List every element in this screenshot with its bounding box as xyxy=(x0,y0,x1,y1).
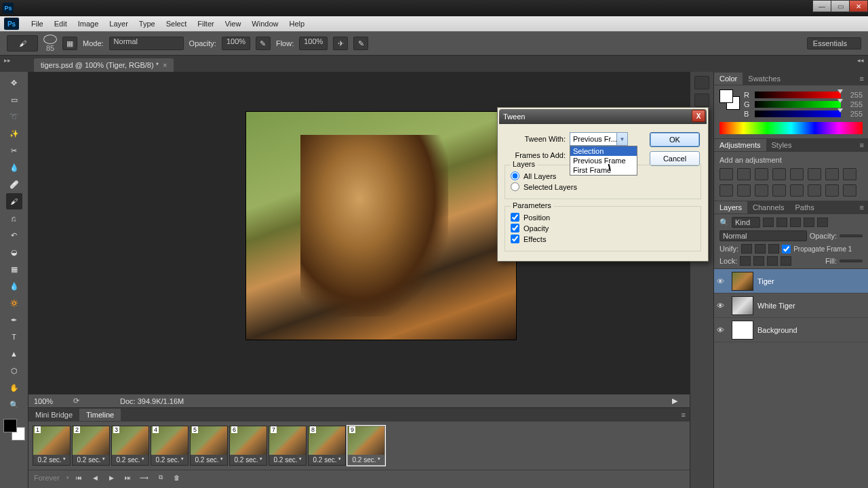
tab-adjustments[interactable]: Adjustments xyxy=(714,139,766,151)
prev-frame-button[interactable]: ◀ xyxy=(90,472,102,483)
timeline-frame[interactable]: 30.2 sec. xyxy=(111,426,149,466)
type-tool[interactable]: T xyxy=(6,329,22,345)
chevron-down-icon[interactable]: ▼ xyxy=(616,133,627,145)
unify-style-icon[interactable] xyxy=(768,244,779,253)
layer-thumbnail[interactable] xyxy=(732,321,753,340)
brush-tool[interactable]: 🖌 xyxy=(6,193,22,209)
timeline-frame[interactable]: 90.2 sec. xyxy=(347,426,385,466)
adj-invert-icon[interactable] xyxy=(772,184,786,197)
g-slider[interactable] xyxy=(755,101,841,108)
timeline-frame[interactable]: 20.2 sec. xyxy=(72,426,110,466)
document-info[interactable]: Doc: 394.9K/1.16M xyxy=(120,397,184,405)
menu-file[interactable]: File xyxy=(26,18,49,29)
crop-tool[interactable]: ✂ xyxy=(6,142,22,159)
adj-hue-icon[interactable] xyxy=(808,168,821,180)
workspace-switcher[interactable]: Essentials xyxy=(807,37,861,49)
lock-all-icon[interactable] xyxy=(781,256,791,266)
clone-stamp-tool[interactable]: ⎌ xyxy=(6,210,22,226)
menu-help[interactable]: Help xyxy=(283,18,310,29)
adj-exposure-icon[interactable] xyxy=(772,168,786,180)
opacity-field[interactable]: 100% xyxy=(222,37,250,50)
timeline-frame[interactable]: 40.2 sec. xyxy=(151,426,189,466)
adj-gradientmap-icon[interactable] xyxy=(825,184,839,197)
flow-field[interactable]: 100% xyxy=(299,37,328,50)
play-button[interactable]: ▶ xyxy=(106,472,118,483)
layer-thumbnail[interactable] xyxy=(732,296,753,315)
color-spectrum[interactable] xyxy=(719,122,863,134)
dock-icon-1[interactable] xyxy=(694,76,709,89)
blur-tool[interactable]: 💧 xyxy=(6,278,22,294)
pen-tool[interactable]: ✒ xyxy=(6,312,22,328)
airbrush-icon[interactable]: ✈ xyxy=(333,37,348,50)
timeline-panel-menu-icon[interactable]: ≡ xyxy=(677,409,690,420)
filter-smart-icon[interactable] xyxy=(817,218,828,227)
delete-frame-button[interactable]: 🗑 xyxy=(171,472,183,483)
path-selection-tool[interactable]: ▲ xyxy=(6,346,22,362)
tween-button[interactable]: ⟿ xyxy=(138,472,151,483)
menu-layer[interactable]: Layer xyxy=(104,18,134,29)
layer-filter-kind[interactable]: Kind xyxy=(732,217,760,228)
dodge-tool[interactable]: 🔅 xyxy=(6,295,22,311)
filter-type-icon[interactable] xyxy=(790,218,801,227)
adj-vibrance-icon[interactable] xyxy=(790,168,804,180)
opacity-checkbox[interactable] xyxy=(511,224,519,232)
dropdown-option-selection[interactable]: Selection xyxy=(570,146,637,156)
menu-select[interactable]: Select xyxy=(161,18,193,29)
propagate-frame-checkbox[interactable] xyxy=(782,245,791,253)
menu-type[interactable]: Type xyxy=(134,18,161,29)
tab-layers[interactable]: Layers xyxy=(714,201,747,214)
timeline-frame[interactable]: 80.2 sec. xyxy=(308,426,346,466)
tab-color[interactable]: Color xyxy=(714,73,743,85)
brush-panel-toggle[interactable]: ▦ xyxy=(62,37,77,50)
dock-icon-2[interactable] xyxy=(694,94,709,107)
expand-dock-left-icon[interactable]: ▸▸ xyxy=(4,57,11,64)
layers-panel-menu-icon[interactable]: ≡ xyxy=(856,203,868,211)
dropdown-option-previous-frame[interactable]: Previous Frame xyxy=(570,156,637,165)
expand-dock-right-icon[interactable]: ◂◂ xyxy=(857,57,864,64)
zoom-tool[interactable]: 🔍 xyxy=(6,396,22,413)
menu-filter[interactable]: Filter xyxy=(192,18,219,29)
magic-wand-tool[interactable]: ✨ xyxy=(6,125,22,142)
blend-mode-select-layers[interactable]: Normal xyxy=(719,230,807,241)
minimize-button[interactable]: — xyxy=(812,0,831,12)
dialog-titlebar[interactable]: Tween X xyxy=(499,109,707,124)
foreground-background-colors[interactable] xyxy=(3,419,25,441)
r-slider[interactable] xyxy=(755,92,841,98)
position-checkbox[interactable] xyxy=(511,213,519,222)
adj-selectivecolor-icon[interactable] xyxy=(843,184,856,197)
lock-transparent-icon[interactable] xyxy=(740,256,751,266)
adj-curves-icon[interactable] xyxy=(755,168,768,180)
next-frame-button[interactable]: ⏭ xyxy=(122,472,134,483)
all-layers-radio[interactable] xyxy=(511,171,519,180)
adj-levels-icon[interactable] xyxy=(737,168,751,180)
adj-colorbalance-icon[interactable] xyxy=(825,168,839,180)
blend-mode-select[interactable]: Normal xyxy=(109,37,184,50)
color-panel-menu-icon[interactable]: ≡ xyxy=(856,75,868,83)
layer-thumbnail[interactable] xyxy=(732,272,753,291)
tab-paths[interactable]: Paths xyxy=(790,201,820,214)
adj-colorlookup-icon[interactable] xyxy=(755,184,768,197)
visibility-icon[interactable]: 👁 xyxy=(717,277,728,285)
b-value[interactable]: 255 xyxy=(844,110,863,118)
adj-threshold-icon[interactable] xyxy=(808,184,821,197)
layer-name[interactable]: White Tiger xyxy=(757,302,795,310)
layers-opacity-field[interactable] xyxy=(840,235,863,237)
brush-preview[interactable] xyxy=(43,35,57,44)
first-frame-button[interactable]: ⏮ xyxy=(73,472,85,483)
gradient-tool[interactable]: ▦ xyxy=(6,261,22,277)
adj-channelmixer-icon[interactable] xyxy=(737,184,751,197)
marquee-tool[interactable]: ▭ xyxy=(6,92,22,108)
adjustments-panel-menu-icon[interactable]: ≡ xyxy=(856,141,868,149)
tablet-pressure-icon[interactable]: ✎ xyxy=(353,37,368,50)
filter-shape-icon[interactable] xyxy=(804,218,814,227)
b-slider[interactable] xyxy=(755,110,841,117)
lock-position-icon[interactable] xyxy=(767,256,778,266)
loop-selector[interactable]: Forever xyxy=(34,474,60,482)
layer-name[interactable]: Tiger xyxy=(757,277,774,285)
layers-fill-field[interactable] xyxy=(840,260,863,262)
menu-edit[interactable]: Edit xyxy=(49,18,73,29)
tab-styles[interactable]: Styles xyxy=(766,139,797,151)
lasso-tool[interactable]: ➰ xyxy=(6,108,22,125)
tool-preset-picker[interactable]: 🖌 xyxy=(7,35,38,52)
effects-checkbox[interactable] xyxy=(511,235,519,243)
